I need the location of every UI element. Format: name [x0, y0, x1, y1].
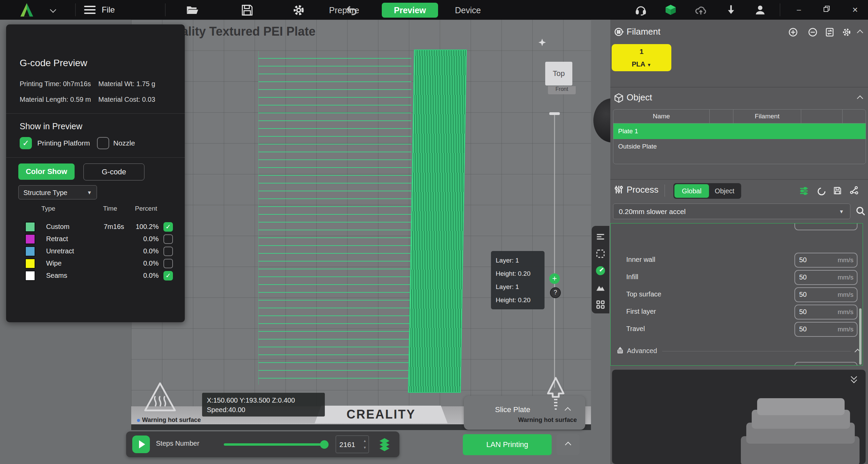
param-input[interactable]: 50 mm/s — [794, 287, 857, 302]
user-account-icon[interactable] — [754, 4, 767, 17]
color-swatch — [25, 246, 35, 256]
open-file-icon[interactable] — [186, 4, 199, 17]
printing-platform-checkbox[interactable]: ✓ — [20, 137, 32, 149]
param-row: Travel 50 mm/s — [611, 322, 863, 337]
filament-slot-material[interactable]: PLA ▼ — [612, 60, 671, 68]
param-input[interactable]: 50 mm/s — [794, 270, 857, 285]
settings-gear-icon[interactable] — [292, 4, 305, 17]
logo-menu-chevron-icon[interactable] — [50, 6, 56, 13]
nozzle-checkbox[interactable] — [97, 137, 109, 149]
structure-row-seams[interactable]: Seams 0.0% ✓ — [18, 270, 178, 282]
param-tuning-icon[interactable] — [799, 186, 810, 197]
row-visibility-checkbox[interactable]: ✓ — [163, 222, 173, 232]
structure-row-custom[interactable]: Custom 7m16s 100.2% ✓ — [18, 221, 178, 233]
model-library-icon[interactable] — [665, 4, 677, 17]
structure-row-wipe[interactable]: Wipe 0.0% — [18, 258, 178, 270]
add-layer-gcode-button[interactable]: + — [549, 273, 560, 284]
steps-slider[interactable] — [224, 443, 328, 446]
temperature-icon[interactable] — [595, 282, 606, 293]
share-nodes-icon[interactable] — [849, 185, 860, 196]
nav-cube-top-label: Top — [553, 69, 565, 78]
layer-slider-track[interactable] — [554, 114, 555, 388]
divider — [6, 113, 185, 114]
color-swatch — [25, 222, 35, 232]
support-headset-icon[interactable] — [635, 4, 648, 17]
main-menu-icon[interactable] — [84, 6, 96, 14]
advanced-section-label[interactable]: Advanced — [627, 347, 657, 355]
toggle-object[interactable]: Object — [710, 184, 739, 198]
nav-cube-top-face[interactable]: Top — [545, 62, 572, 85]
print-options-expand-button[interactable] — [556, 434, 579, 455]
ring-icon[interactable] — [816, 186, 827, 197]
hot-surface-warning-label: Warning hot surface — [137, 417, 201, 424]
save-preset-icon[interactable] — [833, 186, 844, 197]
filament-spool-icon — [614, 26, 625, 37]
param-input[interactable]: 50 mm/s — [794, 322, 857, 337]
save-icon[interactable] — [241, 4, 254, 17]
tab-prepare[interactable]: Prepare — [319, 3, 370, 18]
structure-row-unretract[interactable]: Unretract 0.0% — [18, 246, 178, 258]
toggle-global[interactable]: Global — [674, 184, 709, 198]
help-button[interactable]: ? — [550, 287, 561, 298]
plate-thumbnail-panel[interactable] — [612, 370, 866, 464]
param-input[interactable]: 50 mm/s — [794, 253, 857, 268]
tab-device[interactable]: Device — [444, 3, 492, 18]
collapse-filament-icon[interactable] — [857, 30, 863, 36]
object-row-plate1[interactable]: Plate 1 — [613, 123, 866, 139]
lan-printing-button[interactable]: LAN Printing — [463, 434, 552, 455]
spinner-down-icon[interactable]: ▼ — [363, 446, 367, 449]
nav-cube-front-face[interactable]: Front — [548, 86, 576, 94]
object-row-outside-plate[interactable]: Outside Plate — [613, 139, 866, 154]
steps-slider-handle[interactable] — [320, 440, 329, 449]
add-filament-button[interactable] — [788, 27, 799, 38]
process-preset-value: 0.20mm slower accel — [619, 208, 686, 215]
spinner-up-icon[interactable]: ▲ — [363, 439, 367, 443]
row-visibility-checkbox[interactable] — [163, 247, 173, 256]
line-width-icon[interactable] — [595, 248, 606, 259]
divider — [165, 3, 165, 16]
play-button[interactable] — [132, 436, 150, 453]
object-col-blank — [801, 110, 843, 123]
layer-slider-handle[interactable] — [549, 112, 560, 115]
material-weight: Material Wt: 1.75 g — [98, 80, 155, 88]
process-preset-dropdown[interactable]: 0.20mm slower accel ▼ — [613, 204, 850, 219]
structure-type-dropdown[interactable]: Structure Type ▼ — [18, 185, 97, 199]
download-icon[interactable] — [725, 4, 738, 17]
clipped-param-input[interactable] — [794, 223, 857, 230]
app-logo-icon[interactable] — [19, 2, 35, 19]
sliced-object-preview[interactable] — [408, 50, 467, 393]
divider — [662, 351, 851, 351]
close-button[interactable]: × — [848, 4, 862, 16]
gcode-button[interactable]: G-code — [83, 163, 144, 180]
divider — [665, 185, 665, 197]
file-menu[interactable]: File — [102, 5, 115, 15]
divider — [780, 3, 780, 16]
row-visibility-checkbox[interactable]: ✓ — [163, 271, 173, 281]
section-divider — [610, 87, 868, 88]
color-swatch — [25, 234, 35, 244]
remove-filament-button[interactable] — [808, 27, 818, 38]
structure-row-retract[interactable]: Retract 0.0% — [18, 233, 178, 246]
row-visibility-checkbox[interactable] — [163, 234, 173, 244]
line-type-icon[interactable] — [595, 231, 606, 242]
collapse-object-icon[interactable] — [857, 95, 863, 101]
nozzle-position-overlay: X:150.600 Y:193.500 Z:0.400 Speed:40.00 — [202, 393, 325, 417]
layers-view-icon[interactable] — [377, 437, 392, 453]
search-params-icon[interactable] — [855, 206, 866, 216]
minimize-button[interactable]: – — [792, 4, 806, 16]
color-show-button[interactable]: Color Show — [18, 163, 75, 180]
sync-filament-button[interactable] — [825, 27, 835, 38]
filament-settings-gear-icon[interactable] — [842, 27, 852, 38]
param-input[interactable]: 0 mm3/s2 — [794, 362, 857, 366]
params-scrollbar[interactable] — [859, 308, 862, 365]
filament-slot-card[interactable]: 1 PLA ▼ — [612, 44, 671, 71]
param-input[interactable]: 50 mm/s — [794, 305, 857, 320]
hot-surface-warning-label: Warning hot surface — [518, 417, 577, 424]
cloud-upload-icon[interactable] — [694, 4, 707, 17]
speed-icon[interactable] — [595, 265, 606, 276]
flow-grid-icon[interactable] — [595, 299, 606, 310]
steps-number-input[interactable]: 2161 ▲ ▼ — [336, 436, 369, 453]
row-visibility-checkbox[interactable] — [163, 259, 173, 268]
tab-preview[interactable]: Preview — [382, 3, 438, 18]
restore-button[interactable] — [820, 4, 833, 16]
